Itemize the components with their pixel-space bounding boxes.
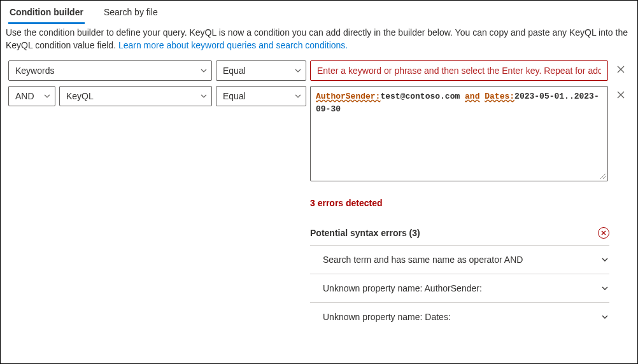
condition-builder: Keywords Equal AND (1, 60, 637, 181)
operator-select[interactable]: Equal (216, 86, 306, 106)
logic-select[interactable]: AND (8, 86, 55, 106)
chevron-down-icon (600, 284, 609, 293)
keyql-token-error: and (465, 92, 479, 101)
resize-handle-icon[interactable] (599, 172, 606, 179)
tab-condition-builder[interactable]: Condition builder (8, 4, 85, 24)
dismiss-errors-button[interactable] (598, 227, 609, 239)
chevron-down-icon (600, 312, 609, 321)
description-text: Use the condition builder to define your… (1, 24, 637, 60)
error-text: Unknown property name: Dates: (323, 312, 451, 322)
chevron-down-icon (600, 255, 609, 264)
chevron-down-icon (200, 92, 208, 100)
error-text: Search term and has same name as operato… (323, 255, 523, 265)
chevron-down-icon (294, 92, 302, 100)
error-item[interactable]: Unknown property name: AuthorSender: (310, 274, 609, 302)
keyql-token: test@contoso.com (380, 92, 465, 101)
operator-label: Equal (223, 91, 246, 101)
errors-detected-label: 3 errors detected (310, 198, 609, 208)
condition-row: Keywords Equal (8, 60, 630, 81)
remove-row-button[interactable] (616, 65, 625, 74)
keyql-textarea[interactable]: AuthorSender:test@contoso.com and Dates:… (310, 86, 608, 181)
operator-label: Equal (223, 66, 246, 76)
error-group-title: Potential syntax errors (3) (310, 228, 420, 238)
field-select-keyql[interactable]: KeyQL (59, 86, 212, 106)
remove-row-button[interactable] (616, 90, 625, 99)
error-item[interactable]: Unknown property name: Dates: (310, 302, 609, 331)
chevron-down-icon (294, 67, 302, 74)
field-select-label: Keywords (15, 66, 54, 76)
tab-search-by-file[interactable]: Search by file (103, 4, 159, 24)
keyql-token-error: Dates: (485, 92, 514, 101)
error-panel: 3 errors detected Potential syntax error… (310, 186, 637, 331)
error-item[interactable]: Search term and has same name as operato… (310, 245, 609, 274)
operator-select[interactable]: Equal (216, 60, 306, 81)
keywords-input[interactable] (310, 60, 608, 81)
error-text: Unknown property name: AuthorSender: (323, 283, 482, 293)
tabs-bar: Condition builder Search by file (1, 1, 637, 24)
logic-label: AND (15, 91, 34, 101)
chevron-down-icon (200, 67, 208, 74)
keyql-token-error: AuthorSender: (316, 92, 380, 101)
learn-more-link[interactable]: Learn more about keyword queries and sea… (118, 40, 348, 50)
field-select-label: KeyQL (66, 91, 94, 101)
field-select-keywords[interactable]: Keywords (8, 60, 212, 81)
condition-row: AND KeyQL Equal AuthorSend (8, 86, 630, 181)
error-group-header: Potential syntax errors (3) (310, 227, 609, 239)
chevron-down-icon (43, 92, 51, 100)
